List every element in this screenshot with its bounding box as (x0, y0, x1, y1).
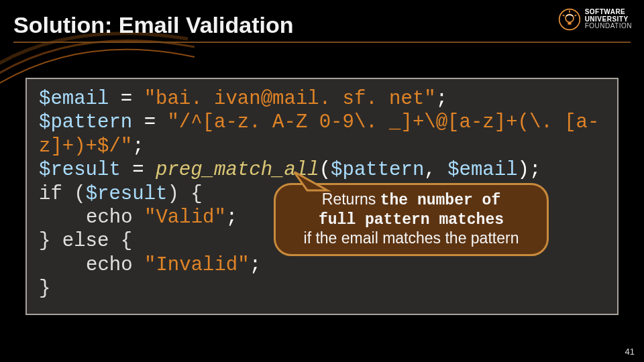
logo-text: SOFTWARE UNIVERSITY FOUNDATION (585, 9, 632, 30)
annotation-callout: Returns the number of full pattern match… (274, 183, 549, 256)
logo-line3: FOUNDATION (585, 22, 632, 29)
title-underline (13, 42, 631, 43)
logo-line2: UNIVERSITY (585, 15, 629, 23)
code-var: $email (39, 88, 109, 110)
callout-text-2: if the email matches the pattern (304, 229, 519, 247)
lightbulb-gear-icon (558, 8, 581, 31)
svg-line-4 (562, 15, 564, 16)
svg-line-5 (574, 15, 576, 16)
logo-line1: SOFTWARE (585, 8, 626, 15)
svg-rect-2 (568, 22, 571, 24)
brand-logo: SOFTWARE UNIVERSITY FOUNDATION (558, 8, 632, 31)
page-number: 41 (625, 347, 635, 357)
svg-marker-6 (294, 172, 327, 190)
callout-text-1: Returns (322, 190, 380, 208)
slide-title: Solution: Email Validation (13, 12, 293, 38)
callout-mono-1: the number of (380, 192, 500, 209)
callout-mono-2: full pattern matches (319, 211, 504, 229)
